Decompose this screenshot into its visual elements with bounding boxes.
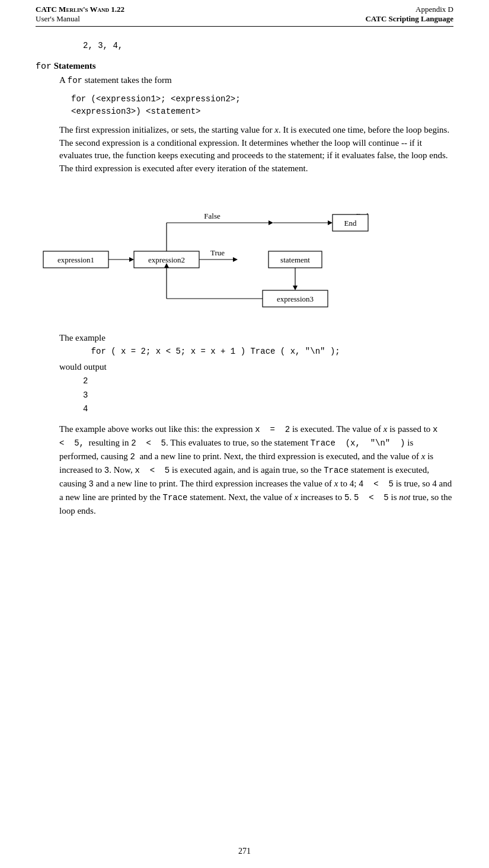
syntax-line2: <expression3>) <statement> xyxy=(71,105,453,118)
for-syntax-block: for (<expression1>; <expression2>; <expr… xyxy=(71,93,453,118)
page-header: CATC Merlin's Wand 1.22 User's Manual Ap… xyxy=(36,0,453,27)
top-code-line: 2, 3, 4, xyxy=(83,41,453,50)
for-section-heading: for Statements xyxy=(36,61,453,72)
explanation-para: The example above works out like this: t… xyxy=(59,422,453,518)
header-appendix: Appendix D xyxy=(416,5,453,14)
for-loop-svg: expression1 expression2 False End xyxy=(37,186,452,322)
example-code: for ( x = 2; x < 5; x = x + 1 ) Trace ( … xyxy=(71,347,453,356)
val-3: 3 xyxy=(104,466,109,475)
result-2-lt-5: 2 < 5 xyxy=(131,438,166,448)
false-label: False xyxy=(204,212,220,220)
expr1-label: expression1 xyxy=(57,255,94,264)
page-footer: 271 xyxy=(0,847,489,856)
svg-marker-15 xyxy=(293,286,298,290)
trace-keyword: Trace xyxy=(324,466,349,475)
for-keyword-heading: for xyxy=(36,62,52,72)
svg-marker-6 xyxy=(269,220,273,225)
for-description: The first expression initializes, or set… xyxy=(59,124,453,175)
output-2: 2 xyxy=(83,374,453,389)
expr-x-eq-2: x = 2 xyxy=(255,425,290,434)
svg-marker-12 xyxy=(233,257,238,262)
header-left: CATC Merlin's Wand 1.22 User's Manual xyxy=(36,5,124,24)
for-keyword-inline: for xyxy=(68,76,82,85)
for-bold-heading: Statements xyxy=(54,61,96,71)
page: CATC Merlin's Wand 1.22 User's Manual Ap… xyxy=(0,0,489,868)
val-3b: 3 xyxy=(89,479,94,489)
output-val-2: 2 xyxy=(130,452,135,462)
svg-text:End: End xyxy=(344,219,356,228)
header-doc-title: CATC Merlin's Wand 1.22 xyxy=(36,5,124,14)
header-section-title: CATC Scripting Language xyxy=(365,14,453,23)
for-loop-diagram: expression1 expression2 False End xyxy=(36,186,453,322)
example-code-text: for ( x = 2; x < 5; x = x + 1 ) Trace ( … xyxy=(91,347,340,356)
svg-marker-2 xyxy=(129,257,134,262)
val-5: 5 xyxy=(344,493,349,502)
expr3-label: expression3 xyxy=(276,294,313,303)
output-3: 3 xyxy=(83,389,453,403)
syntax-line1: for (<expression1>; <expression2>; xyxy=(71,93,453,105)
output-values: 2 3 4 xyxy=(83,374,453,417)
trace-keyword-2: Trace xyxy=(163,493,188,502)
stmt-label: statement xyxy=(280,255,310,264)
header-manual-label: User's Manual xyxy=(36,14,80,23)
page-number: 271 xyxy=(238,847,251,856)
trace-stmt-1: Trace (x, "\n" ) xyxy=(311,438,405,448)
output-label: would output xyxy=(59,362,453,372)
expr2-label: expression2 xyxy=(148,255,184,264)
expr-x-lt-5-2: x < 5 xyxy=(135,466,170,475)
header-right: Appendix D CATC Scripting Language xyxy=(365,5,453,24)
svg-marker-8 xyxy=(328,220,333,225)
true-label: True xyxy=(210,248,224,257)
expr-5-lt-5: 5 < 5 xyxy=(354,493,389,502)
example-label: The example xyxy=(59,333,453,343)
page-content: 2, 3, 4, for Statements A for statement … xyxy=(36,41,453,518)
expr-4-lt-5: 4 < 5 xyxy=(359,479,394,489)
output-4: 4 xyxy=(83,402,453,417)
for-intro: A for statement takes the form xyxy=(59,74,453,87)
